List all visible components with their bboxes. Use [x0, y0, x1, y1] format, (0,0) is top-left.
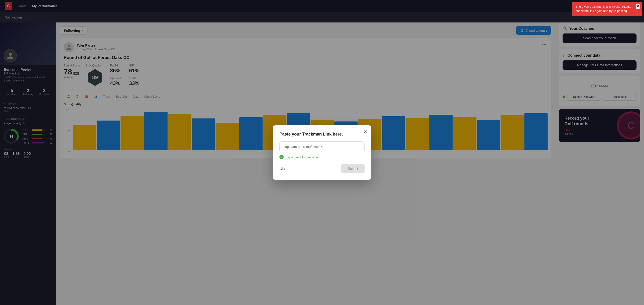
modal-success-text: Report sent for processing	[286, 156, 321, 159]
modal-success-message: ✓ Report sent for processing	[280, 155, 364, 159]
trackman-link-input[interactable]	[280, 142, 364, 152]
modal-close-button[interactable]: ✕	[364, 129, 368, 134]
modal-close-label-button[interactable]: Close	[280, 167, 288, 171]
trackman-modal: ✕ Paste your Trackman Link here. ✓ Repor…	[273, 125, 371, 180]
modal-title: Paste your Trackman Link here.	[280, 132, 364, 137]
success-checkmark-icon: ✓	[280, 155, 284, 159]
error-close-button[interactable]: ✕	[636, 4, 640, 9]
modal-footer: Close Submit	[280, 164, 364, 173]
modal-overlay[interactable]: ✕ Paste your Trackman Link here. ✓ Repor…	[0, 0, 644, 305]
error-banner: The given trackman link is invalid. Plea…	[572, 2, 642, 16]
modal-submit-button[interactable]: Submit	[341, 164, 364, 173]
error-message: The given trackman link is invalid. Plea…	[576, 5, 631, 13]
